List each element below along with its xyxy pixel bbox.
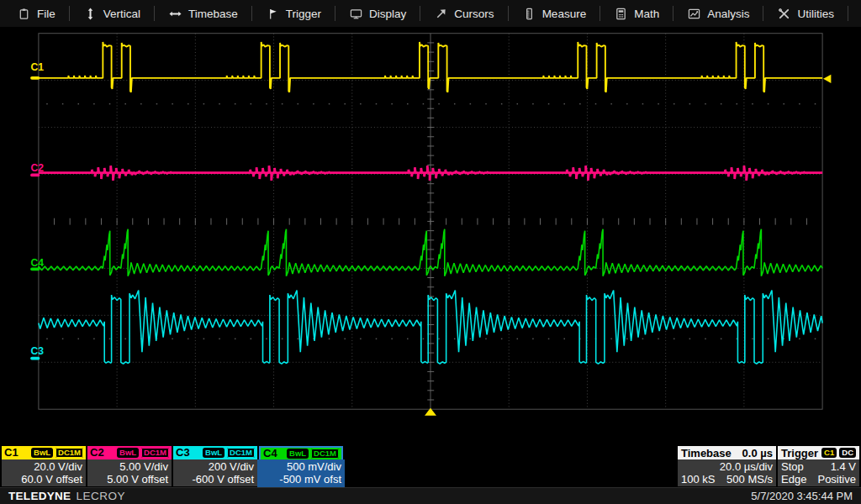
descriptor-row: Timebase 0.0 µs 20.0 µs/div 100 kS 500 M… xyxy=(0,446,861,486)
channel-name: C3 xyxy=(176,446,190,459)
volts-per-div: 500 mV/div xyxy=(261,460,341,473)
horizontal-arrows-icon xyxy=(169,8,182,20)
waveform-display[interactable]: C1C2C4C3 xyxy=(0,30,861,446)
coupling-badge: DC1M xyxy=(55,448,83,458)
channel-name: C4 xyxy=(263,447,277,460)
vertical-arrows-icon xyxy=(84,8,97,20)
menu-item-label: Analysis xyxy=(707,8,749,20)
brand-lecroy: LECROY xyxy=(76,490,125,502)
channel-header: C4BwLDC1M xyxy=(261,448,341,459)
channel-descriptor-c2[interactable]: C2BwLDC1M5.00 V/div5.00 V offset xyxy=(87,446,172,486)
channel-zero-marker-c4[interactable] xyxy=(30,267,40,270)
channel-settings: 5.00 V/div5.00 V offset xyxy=(87,459,172,486)
timebase-samples: 100 kS xyxy=(681,473,715,486)
menu-item-file[interactable]: File xyxy=(3,0,70,27)
menu-item-label: Utilities xyxy=(797,8,834,20)
trigger-level: 1.4 V xyxy=(831,460,856,473)
channel-settings: 20.0 V/div60.0 V offset xyxy=(2,459,86,486)
channel-zero-marker-c1[interactable] xyxy=(30,76,40,80)
channel-label-c4: C4 xyxy=(31,257,45,269)
trigger-title: Trigger xyxy=(781,447,818,459)
status-bar: TELEDYNE LECROY 5/7/2020 3:45:44 PM xyxy=(0,487,861,504)
volts-per-div: 20.0 V/div xyxy=(5,460,82,473)
channel-label-c1: C1 xyxy=(31,61,45,73)
channel-offset: 60.0 V offset xyxy=(5,473,82,486)
channel-name: C2 xyxy=(90,446,104,459)
menu-item-label: Trigger xyxy=(286,8,321,20)
tools-icon xyxy=(778,8,790,20)
menu-item-utilities[interactable]: Utilities xyxy=(763,0,848,27)
scope-grid-svg: C1C2C4C3 xyxy=(0,30,861,446)
timebase-rate: 500 MS/s xyxy=(726,473,773,486)
brand-logo: TELEDYNE LECROY xyxy=(8,490,125,502)
channel-zero-marker-c2[interactable] xyxy=(30,174,40,177)
menu-item-trigger[interactable]: Trigger xyxy=(252,0,335,27)
channel-offset: -500 mV ofst xyxy=(261,473,341,486)
menu-item-label: File xyxy=(37,8,55,20)
channel-header: C2BwLDC1M xyxy=(87,446,172,459)
trigger-coupling-badge: DC xyxy=(839,448,856,458)
datetime-display: 5/7/2020 3:45:44 PM xyxy=(751,490,853,502)
menu-item-timebase[interactable]: Timebase xyxy=(155,0,252,27)
trigger-slope: Positive xyxy=(817,473,856,486)
volts-per-div: 200 V/div xyxy=(177,460,254,473)
menu-item-label: Math xyxy=(634,8,659,20)
channel-settings: 200 V/div-600 V offset xyxy=(173,459,257,486)
channel-offset: 5.00 V offset xyxy=(91,473,168,486)
coupling-badge: DC1M xyxy=(311,449,339,459)
graticule xyxy=(39,34,822,409)
menu-item-label: Vertical xyxy=(103,8,140,20)
trigger-mode: Stop xyxy=(781,460,804,473)
channel-offset: -600 V offset xyxy=(177,473,254,486)
trigger-level-marker[interactable] xyxy=(823,75,831,83)
channel-label-c2: C2 xyxy=(31,162,45,174)
channel-settings: 500 mV/div-500 mV ofst xyxy=(257,459,345,488)
pointer-arrow-icon xyxy=(435,8,447,20)
chart-icon xyxy=(688,8,700,20)
file-icon xyxy=(18,8,30,20)
calculator-icon xyxy=(615,8,627,20)
ruler-icon xyxy=(523,8,536,20)
bandwidth-limit-badge: BwL xyxy=(31,448,53,458)
monitor-icon xyxy=(350,8,362,20)
menu-item-measure[interactable]: Measure xyxy=(509,0,601,27)
bandwidth-limit-badge: BwL xyxy=(117,448,139,458)
channel-name: C1 xyxy=(4,446,18,459)
trigger-type: Edge xyxy=(781,473,806,486)
timebase-descriptor[interactable]: Timebase 0.0 µs 20.0 µs/div 100 kS 500 M… xyxy=(678,446,776,486)
menu-item-vertical[interactable]: Vertical xyxy=(70,0,155,27)
channel-descriptor-c1[interactable]: C1BwLDC1M20.0 V/div60.0 V offset xyxy=(2,446,86,486)
menu-item-label: Display xyxy=(369,8,406,20)
coupling-badge: DC1M xyxy=(141,448,169,458)
flag-icon xyxy=(267,8,279,20)
channel-label-c3: C3 xyxy=(31,345,45,357)
trigger-descriptor[interactable]: Trigger C1 DC Stop 1.4 V Edge Positive xyxy=(778,446,859,486)
menu-item-analysis[interactable]: Analysis xyxy=(673,0,763,27)
menu-item-label: Measure xyxy=(542,8,587,20)
trigger-source-badge: C1 xyxy=(821,448,837,458)
volts-per-div: 5.00 V/div xyxy=(91,460,168,473)
timebase-per-div: 20.0 µs/div xyxy=(720,460,773,473)
bandwidth-limit-badge: BwL xyxy=(287,449,309,459)
menu-item-cursors[interactable]: Cursors xyxy=(420,0,508,27)
brand-teledyne: TELEDYNE xyxy=(8,490,71,502)
menu-item-support[interactable]: Support xyxy=(848,0,861,27)
timebase-value: 0.0 µs xyxy=(742,447,773,459)
menu-item-label: Cursors xyxy=(454,8,494,20)
channel-zero-marker-c3[interactable] xyxy=(30,357,40,360)
channel-descriptor-c4[interactable]: C4BwLDC1M500 mV/div-500 mV ofst xyxy=(259,446,343,486)
bandwidth-limit-badge: BwL xyxy=(203,448,224,458)
channel-header: C1BwLDC1M xyxy=(2,446,86,459)
channel-header: C3BwLDC1M xyxy=(173,446,257,459)
menu-item-label: Timebase xyxy=(188,8,238,20)
coupling-badge: DC1M xyxy=(227,448,255,458)
channel-descriptor-c3[interactable]: C3BwLDC1M200 V/div-600 V offset xyxy=(173,446,257,486)
timebase-title: Timebase xyxy=(681,447,732,459)
menu-item-math[interactable]: Math xyxy=(600,0,673,27)
menu-item-display[interactable]: Display xyxy=(335,0,420,27)
menu-bar: FileVerticalTimebaseTriggerDisplayCursor… xyxy=(0,0,861,28)
